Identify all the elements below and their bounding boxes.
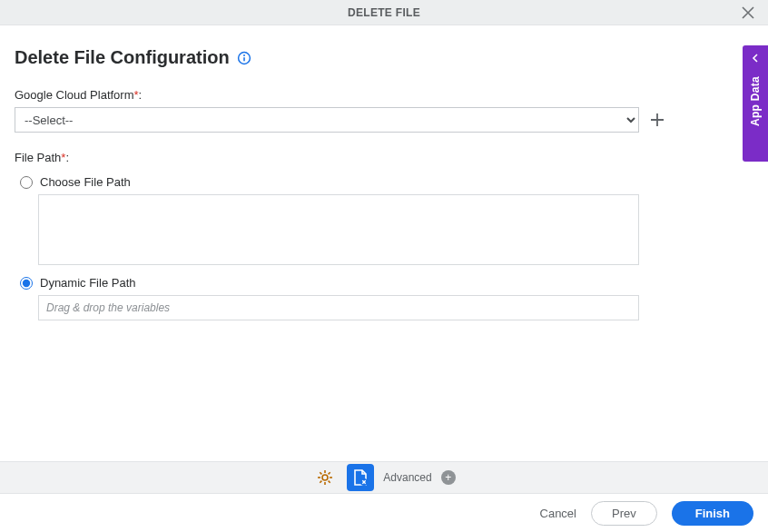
page-title: Delete File Configuration <box>15 47 230 68</box>
dialog-footer: Cancel Prev Finish <box>0 494 768 532</box>
dialog-title: DELETE FILE <box>348 6 420 19</box>
side-tab-label: App Data <box>749 76 762 126</box>
svg-line-10 <box>320 481 322 483</box>
add-gcp-button[interactable] <box>648 111 666 129</box>
gear-icon[interactable] <box>312 465 338 490</box>
file-path-label: File Path*: <box>15 151 69 164</box>
svg-point-1 <box>243 54 245 56</box>
dynamic-file-path-input[interactable] <box>38 295 639 320</box>
dynamic-file-path-radio[interactable] <box>20 277 33 290</box>
gcp-select[interactable]: --Select-- <box>15 107 639 133</box>
cancel-button[interactable]: Cancel <box>540 507 576 520</box>
advanced-label: Advanced <box>383 471 431 484</box>
svg-line-11 <box>329 472 330 474</box>
chevron-left-icon <box>752 53 759 65</box>
prev-button[interactable]: Prev <box>591 501 657 526</box>
gcp-label: Google Cloud Platform*: <box>15 88 142 102</box>
choose-file-path-radio[interactable] <box>20 176 33 189</box>
svg-line-9 <box>329 481 330 483</box>
app-data-side-tab[interactable]: App Data <box>743 45 768 162</box>
file-delete-icon[interactable] <box>347 464 374 491</box>
choose-file-path-label[interactable]: Choose File Path <box>40 175 131 189</box>
dialog-body: Delete File Configuration Google Cloud P… <box>0 25 768 461</box>
svg-rect-2 <box>243 57 245 62</box>
svg-line-8 <box>320 472 322 474</box>
svg-point-3 <box>322 475 328 480</box>
choose-file-path-box[interactable] <box>38 194 639 265</box>
close-icon[interactable] <box>739 4 757 22</box>
toolbar-strip: Advanced + <box>0 461 768 494</box>
finish-button[interactable]: Finish <box>672 501 753 526</box>
advanced-add-button[interactable]: + <box>441 470 456 485</box>
info-icon[interactable] <box>237 51 251 65</box>
dynamic-file-path-label[interactable]: Dynamic File Path <box>40 276 135 290</box>
dialog-header: DELETE FILE <box>0 0 768 25</box>
